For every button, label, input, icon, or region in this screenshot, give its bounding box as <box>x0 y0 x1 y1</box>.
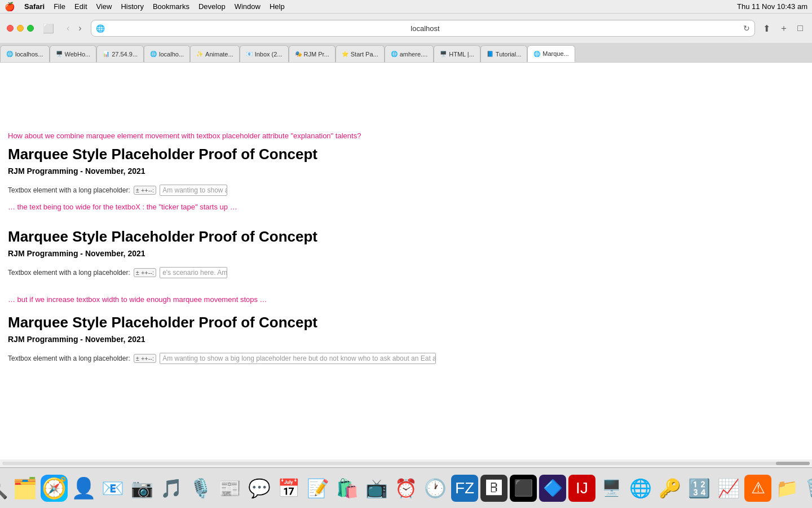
back-button[interactable]: ‹ <box>63 21 73 36</box>
tab-label-9: amhere.... <box>400 51 428 58</box>
tab-10[interactable]: 🖥️ HTML |... <box>434 45 480 62</box>
textbox-row-2: Textbox element with a long placeholder:… <box>8 267 804 278</box>
tab-favicon-4: 🌐 <box>150 51 157 57</box>
menu-file[interactable]: File <box>54 2 65 11</box>
tab-label-4: localho... <box>159 51 184 58</box>
tab-label-6: Inbox (2... <box>255 51 283 58</box>
menu-develop[interactable]: Develop <box>198 2 226 11</box>
tab-label-3: 27.54.9... <box>112 51 138 58</box>
section-2-title: Marquee Style Placeholder Proof of Conce… <box>8 228 804 246</box>
menu-edit[interactable]: Edit <box>74 2 87 11</box>
tab-label-2: WebHo... <box>65 51 91 58</box>
menu-bookmarks[interactable]: Bookmarks <box>153 2 189 11</box>
nav-buttons: ‹ › <box>63 21 85 36</box>
tab-7[interactable]: 🎭 RJM Pr... <box>289 45 336 62</box>
section-1-author: RJM Programming - November, 2021 <box>8 167 804 176</box>
menu-safari[interactable]: Safari <box>24 2 45 11</box>
traffic-lights <box>7 25 34 32</box>
textbox-row-1: Textbox element with a long placeholder:… <box>8 185 804 196</box>
menu-view[interactable]: View <box>96 2 112 11</box>
browser-chrome: ⬜ ‹ › 🌐 ↻ ⬆ ＋ □ 🌐 localhos... 🖥️ WebHo..… <box>0 14 812 63</box>
tab-favicon-12: 🌐 <box>533 51 540 57</box>
tab-9[interactable]: 🌐 amhere.... <box>385 45 434 62</box>
tab-3[interactable]: 📊 27.54.9... <box>96 45 144 62</box>
address-bar[interactable] <box>107 24 744 33</box>
tab-label-5: Animate... <box>205 51 233 58</box>
tab-favicon-9: 🌐 <box>391 51 398 57</box>
tab-2[interactable]: 🖥️ WebHo... <box>50 45 97 62</box>
new-tab-button[interactable]: ＋ <box>777 20 791 37</box>
tab-favicon-6: 📧 <box>246 51 253 57</box>
address-bar-container[interactable]: 🌐 ↻ <box>91 20 756 37</box>
tab-11[interactable]: 📘 Tutorial... <box>480 45 527 62</box>
lock-icon: 🌐 <box>96 24 105 33</box>
textbox-demo-2[interactable]: e's scenario here. Am wan <box>160 267 227 278</box>
textbox-controls-1[interactable]: ± ++--: <box>134 186 156 195</box>
section-3-author: RJM Programming - November, 2021 <box>8 335 804 344</box>
tab-favicon-7: 🎭 <box>295 51 302 57</box>
textbox-controls-2[interactable]: ± ++--: <box>134 268 156 277</box>
tab-label-11: Tutorial... <box>496 51 521 58</box>
page-hint-1: How about we combine marquee element mov… <box>8 132 804 140</box>
apple-menu[interactable]: 🍎 <box>5 2 15 12</box>
section-3: Marquee Style Placeholder Proof of Conce… <box>8 314 804 364</box>
sidebar-button[interactable]: □ <box>795 21 805 36</box>
toolbar-right: ⬆ ＋ □ <box>761 20 805 37</box>
section-1-comment: … the text being too wide for the textbo… <box>8 203 804 211</box>
tab-favicon-10: 🖥️ <box>440 51 447 57</box>
textbox-controls-3[interactable]: ± ++--: <box>134 354 156 363</box>
tab-1[interactable]: 🌐 localhos... <box>0 45 50 62</box>
menu-help[interactable]: Help <box>270 2 285 11</box>
forward-button[interactable]: › <box>75 21 85 36</box>
share-button[interactable]: ⬆ <box>761 21 773 36</box>
tab-5[interactable]: ✨ Animate... <box>190 45 240 62</box>
page-hint-2: … but if we increase textbox width to wi… <box>8 295 804 304</box>
textbox-label-2: Textbox element with a long placeholder: <box>8 269 130 277</box>
textbox-label-3: Textbox element with a long placeholder: <box>8 354 130 362</box>
tab-label-12: Marque... <box>542 50 568 57</box>
tab-favicon-11: 📘 <box>487 51 493 57</box>
tab-4[interactable]: 🌐 localho... <box>144 45 190 62</box>
section-1: Marquee Style Placeholder Proof of Conce… <box>8 146 804 211</box>
textbox-row-3: Textbox element with a long placeholder:… <box>8 353 804 364</box>
tab-favicon-5: ✨ <box>196 51 203 57</box>
sidebar-toggle-button[interactable]: ⬜ <box>39 21 58 36</box>
section-2: Marquee Style Placeholder Proof of Conce… <box>8 228 804 278</box>
maximize-button[interactable] <box>27 25 34 32</box>
tab-favicon-8: ⭐ <box>342 51 348 57</box>
close-button[interactable] <box>7 25 14 32</box>
tab-favicon-2: 🖥️ <box>56 51 63 57</box>
system-time: Thu 11 Nov 10:43 am <box>737 2 807 11</box>
title-bar: ⬜ ‹ › 🌐 ↻ ⬆ ＋ □ <box>0 14 812 43</box>
section-2-author: RJM Programming - November, 2021 <box>8 249 804 258</box>
textbox-label-1: Textbox element with a long placeholder: <box>8 186 130 194</box>
textbox-demo-1[interactable]: Am wanting to show a big l <box>160 185 227 196</box>
tab-label-7: RJM Pr... <box>304 51 329 58</box>
tab-label-10: HTML |... <box>449 51 474 58</box>
tab-8[interactable]: ⭐ Start Pa... <box>336 45 385 62</box>
tab-favicon-3: 📊 <box>103 51 109 57</box>
page-content: How about we combine marquee element mov… <box>0 125 812 388</box>
menu-window[interactable]: Window <box>235 2 261 11</box>
textbox-demo-3[interactable]: Am wanting to show a big long placeholde… <box>160 353 436 364</box>
reload-button[interactable]: ↻ <box>743 24 750 33</box>
tabs-bar: 🌐 localhos... 🖥️ WebHo... 📊 27.54.9... 🌐… <box>0 43 812 62</box>
tab-label-1: localhos... <box>15 51 43 58</box>
tab-label-8: Start Pa... <box>351 51 378 58</box>
menu-bar: 🍎 Safari File Edit View History Bookmark… <box>0 0 812 14</box>
minimize-button[interactable] <box>17 25 24 32</box>
tab-favicon-1: 🌐 <box>6 51 13 57</box>
tab-6[interactable]: 📧 Inbox (2... <box>240 45 289 62</box>
menu-history[interactable]: History <box>121 2 143 11</box>
tab-12[interactable]: 🌐 Marque... <box>527 45 575 62</box>
section-1-title: Marquee Style Placeholder Proof of Conce… <box>8 146 804 163</box>
section-3-title: Marquee Style Placeholder Proof of Conce… <box>8 314 804 331</box>
